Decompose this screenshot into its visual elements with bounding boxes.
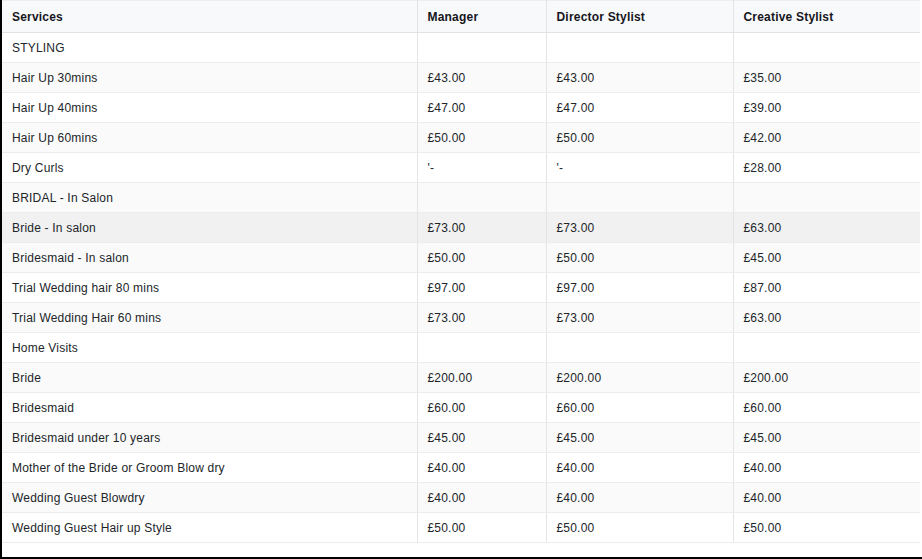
service-cell: Hair Up 40mins (2, 93, 417, 123)
price-cell: £60.00 (417, 393, 546, 423)
service-cell: Wedding Guest Blowdry (2, 483, 417, 513)
price-cell: £87.00 (733, 273, 920, 303)
price-cell: £43.00 (546, 63, 733, 93)
table-row[interactable]: Wedding Guest Hair up Style£50.00£50.00£… (2, 513, 920, 543)
header-row: Services Manager Director Stylist Creati… (2, 1, 920, 33)
service-cell: Bridesmaid (2, 393, 417, 423)
price-cell: £73.00 (417, 303, 546, 333)
price-cell: £50.00 (733, 513, 920, 543)
price-cell: '- (417, 153, 546, 183)
price-cell: £97.00 (417, 273, 546, 303)
price-cell: £50.00 (417, 243, 546, 273)
service-cell: Bridesmaid under 10 years (2, 423, 417, 453)
price-cell (417, 333, 546, 363)
price-cell: £73.00 (546, 213, 733, 243)
table-row[interactable]: Dry Curls'-'-£28.00 (2, 153, 920, 183)
table-row[interactable]: Wedding Guest Blowdry£40.00£40.00£40.00 (2, 483, 920, 513)
price-cell (546, 33, 733, 63)
column-header-manager: Manager (417, 1, 546, 33)
service-cell: Dry Curls (2, 153, 417, 183)
service-cell: Bride (2, 363, 417, 393)
table-row[interactable]: Hair Up 40mins£47.00£47.00£39.00 (2, 93, 920, 123)
price-cell: £45.00 (417, 423, 546, 453)
service-cell: STYLING (2, 33, 417, 63)
price-cell: £39.00 (733, 93, 920, 123)
service-cell: Bride - In salon (2, 213, 417, 243)
service-cell: Hair Up 30mins (2, 63, 417, 93)
table-row[interactable]: Trial Wedding Hair 60 mins£73.00£73.00£6… (2, 303, 920, 333)
price-cell: £200.00 (546, 363, 733, 393)
service-cell: Trial Wedding Hair 60 mins (2, 303, 417, 333)
table-row[interactable]: Bridesmaid under 10 years£45.00£45.00£45… (2, 423, 920, 453)
price-cell (733, 333, 920, 363)
table-row[interactable]: Trial Wedding hair 80 mins£97.00£97.00£8… (2, 273, 920, 303)
price-cell: £60.00 (546, 393, 733, 423)
column-header-director-stylist: Director Stylist (546, 1, 733, 33)
price-cell: £45.00 (733, 243, 920, 273)
service-cell: Bridesmaid - In salon (2, 243, 417, 273)
column-header-creative-stylist: Creative Stylist (733, 1, 920, 33)
price-cell: £42.00 (733, 123, 920, 153)
table-row[interactable]: Bridesmaid - In salon£50.00£50.00£45.00 (2, 243, 920, 273)
price-cell: £73.00 (546, 303, 733, 333)
price-cell: £200.00 (733, 363, 920, 393)
table-row[interactable]: Hair Up 60mins£50.00£50.00£42.00 (2, 123, 920, 153)
price-cell: £63.00 (733, 303, 920, 333)
price-cell: £50.00 (417, 123, 546, 153)
price-cell: £97.00 (546, 273, 733, 303)
price-cell (417, 183, 546, 213)
price-cell: £40.00 (417, 483, 546, 513)
table-row[interactable]: Mother of the Bride or Groom Blow dry£40… (2, 453, 920, 483)
section-row[interactable]: STYLING (2, 33, 920, 63)
table-row[interactable]: Bride£200.00£200.00£200.00 (2, 363, 920, 393)
service-cell: BRIDAL - In Salon (2, 183, 417, 213)
price-cell: £47.00 (546, 93, 733, 123)
price-cell: £40.00 (733, 483, 920, 513)
price-cell: £40.00 (546, 453, 733, 483)
price-cell: £50.00 (546, 513, 733, 543)
price-cell: £40.00 (546, 483, 733, 513)
pricing-table: Services Manager Director Stylist Creati… (2, 0, 920, 543)
service-cell: Home Visits (2, 333, 417, 363)
section-row[interactable]: BRIDAL - In Salon (2, 183, 920, 213)
price-cell: £50.00 (546, 243, 733, 273)
pricing-page: Services Manager Director Stylist Creati… (0, 0, 922, 559)
price-cell (417, 33, 546, 63)
price-cell (546, 333, 733, 363)
price-cell: £35.00 (733, 63, 920, 93)
price-cell: £73.00 (417, 213, 546, 243)
table-body: STYLINGHair Up 30mins£43.00£43.00£35.00H… (2, 33, 920, 543)
table-row[interactable]: Bridesmaid£60.00£60.00£60.00 (2, 393, 920, 423)
section-row[interactable]: Home Visits (2, 333, 920, 363)
price-cell (546, 183, 733, 213)
price-cell: £50.00 (417, 513, 546, 543)
price-cell: £200.00 (417, 363, 546, 393)
price-cell: £45.00 (733, 423, 920, 453)
service-cell: Hair Up 60mins (2, 123, 417, 153)
service-cell: Mother of the Bride or Groom Blow dry (2, 453, 417, 483)
column-header-services: Services (2, 1, 417, 33)
price-cell: £47.00 (417, 93, 546, 123)
service-cell: Trial Wedding hair 80 mins (2, 273, 417, 303)
price-cell: £43.00 (417, 63, 546, 93)
table-row[interactable]: Hair Up 30mins£43.00£43.00£35.00 (2, 63, 920, 93)
price-cell: £28.00 (733, 153, 920, 183)
price-cell: £50.00 (546, 123, 733, 153)
price-cell (733, 33, 920, 63)
price-cell: £63.00 (733, 213, 920, 243)
price-cell: £45.00 (546, 423, 733, 453)
price-cell: '- (546, 153, 733, 183)
price-cell: £40.00 (417, 453, 546, 483)
service-cell: Wedding Guest Hair up Style (2, 513, 417, 543)
price-cell: £40.00 (733, 453, 920, 483)
table-row[interactable]: Bride - In salon£73.00£73.00£63.00 (2, 213, 920, 243)
price-cell (733, 183, 920, 213)
price-cell: £60.00 (733, 393, 920, 423)
